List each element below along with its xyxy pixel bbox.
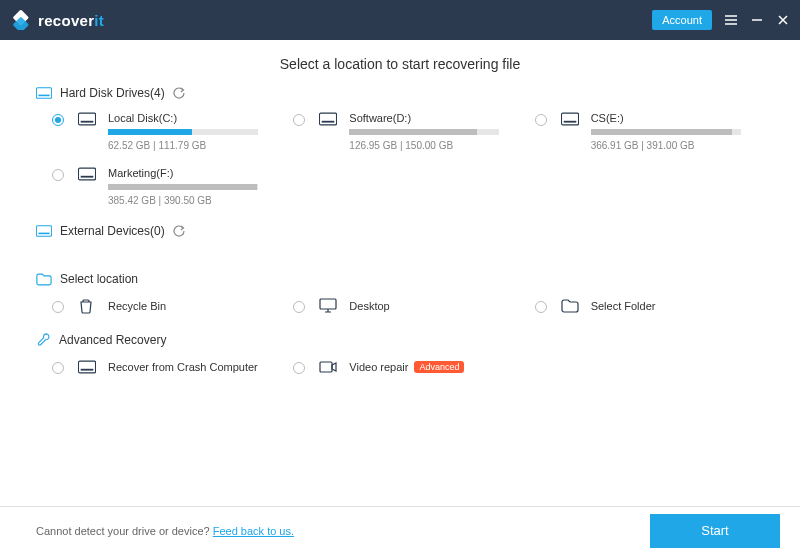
section-label-hdd: Hard Disk Drives(4) [60, 86, 165, 100]
section-head-select-location: Select location [36, 272, 764, 286]
recycle-bin-icon [78, 298, 100, 314]
titlebar-controls: Account [652, 10, 790, 30]
drive-name: Software(D:) [349, 112, 522, 124]
drives-grid: Local Disk(C:) 62.52 GB | 111.79 GB Soft… [36, 112, 764, 206]
account-button[interactable]: Account [652, 10, 712, 30]
titlebar: recoverit Account [0, 0, 800, 40]
svg-rect-13 [38, 233, 49, 235]
advanced-grid: Recover from Crash Computer Video repair… [36, 359, 764, 375]
svg-rect-11 [81, 176, 94, 178]
radio-drive-e[interactable] [535, 114, 547, 126]
section-label-advanced: Advanced Recovery [59, 333, 166, 347]
start-button[interactable]: Start [650, 514, 780, 548]
section-head-advanced: Advanced Recovery [36, 332, 764, 347]
svg-rect-3 [38, 95, 49, 97]
drive-usage-bar [349, 129, 499, 135]
advanced-label: Video repair Advanced [349, 361, 522, 373]
location-recycle-bin[interactable]: Recycle Bin [52, 298, 281, 314]
svg-rect-5 [81, 121, 94, 123]
radio-drive-c[interactable] [52, 114, 64, 126]
wrench-section-icon [36, 332, 51, 347]
svg-rect-2 [36, 88, 51, 98]
drive-item-software-d[interactable]: Software(D:) 126.95 GB | 150.00 GB [293, 112, 522, 151]
folder-icon [561, 299, 583, 313]
svg-rect-7 [322, 121, 335, 123]
radio-drive-d[interactable] [293, 114, 305, 126]
close-icon[interactable] [776, 13, 790, 27]
content-area: Select a location to start recovering fi… [0, 40, 800, 506]
svg-rect-12 [36, 226, 51, 236]
svg-rect-8 [561, 113, 578, 125]
svg-rect-16 [81, 369, 94, 371]
video-repair-icon [319, 359, 341, 375]
minimize-icon[interactable] [750, 13, 764, 27]
svg-rect-4 [78, 113, 95, 125]
svg-rect-10 [78, 168, 95, 180]
drive-usage-bar [108, 184, 258, 190]
drive-icon [78, 112, 100, 126]
drive-icon [319, 112, 341, 126]
folder-section-icon [36, 273, 52, 286]
radio-video-repair[interactable] [293, 362, 305, 374]
feedback-link[interactable]: Feed back to us. [213, 525, 294, 537]
location-desktop[interactable]: Desktop [293, 298, 522, 314]
advanced-badge: Advanced [414, 361, 464, 373]
radio-select-folder[interactable] [535, 301, 547, 313]
drive-size-text: 366.91 GB | 391.00 GB [591, 140, 764, 151]
location-label: Recycle Bin [108, 300, 281, 312]
location-label: Select Folder [591, 300, 764, 312]
section-head-external: External Devices(0) [36, 224, 764, 238]
location-label: Desktop [349, 300, 522, 312]
radio-recycle[interactable] [52, 301, 64, 313]
drive-item-cs-e[interactable]: CS(E:) 366.91 GB | 391.00 GB [535, 112, 764, 151]
drive-name: Local Disk(C:) [108, 112, 281, 124]
page-title: Select a location to start recovering fi… [36, 56, 764, 72]
svg-rect-17 [320, 362, 332, 372]
svg-rect-15 [78, 361, 95, 373]
section-label-select-location: Select location [60, 272, 138, 286]
advanced-video-repair[interactable]: Video repair Advanced [293, 359, 522, 375]
section-head-hdd: Hard Disk Drives(4) [36, 86, 764, 100]
radio-desktop[interactable] [293, 301, 305, 313]
drive-icon [78, 360, 100, 374]
radio-crash[interactable] [52, 362, 64, 374]
brand-text: recoverit [38, 12, 104, 29]
drive-icon [561, 112, 583, 126]
drive-usage-bar [108, 129, 258, 135]
menu-icon[interactable] [724, 13, 738, 27]
locations-grid: Recycle Bin Desktop Select Folder [36, 298, 764, 314]
refresh-hdd-icon[interactable] [173, 87, 185, 99]
external-section-icon [36, 225, 52, 237]
svg-rect-9 [563, 121, 576, 123]
drive-icon [78, 167, 100, 181]
advanced-crash-recover[interactable]: Recover from Crash Computer [52, 359, 281, 375]
footer-text: Cannot detect your drive or device? Feed… [36, 525, 294, 537]
svg-rect-6 [320, 113, 337, 125]
footer: Cannot detect your drive or device? Feed… [0, 506, 800, 554]
section-label-external: External Devices(0) [60, 224, 165, 238]
drive-size-text: 385.42 GB | 390.50 GB [108, 195, 281, 206]
drive-name: Marketing(F:) [108, 167, 281, 179]
drive-size-text: 126.95 GB | 150.00 GB [349, 140, 522, 151]
drive-item-local-disk-c[interactable]: Local Disk(C:) 62.52 GB | 111.79 GB [52, 112, 281, 151]
refresh-external-icon[interactable] [173, 225, 185, 237]
brand-logo-icon [12, 10, 32, 30]
svg-rect-14 [320, 299, 336, 309]
drive-name: CS(E:) [591, 112, 764, 124]
desktop-icon [319, 298, 341, 314]
location-select-folder[interactable]: Select Folder [535, 298, 764, 314]
advanced-label: Recover from Crash Computer [108, 361, 281, 373]
radio-drive-f[interactable] [52, 169, 64, 181]
brand: recoverit [12, 10, 104, 30]
hdd-section-icon [36, 87, 52, 99]
drive-size-text: 62.52 GB | 111.79 GB [108, 140, 281, 151]
drive-item-marketing-f[interactable]: Marketing(F:) 385.42 GB | 390.50 GB [52, 167, 281, 206]
drive-usage-bar [591, 129, 741, 135]
